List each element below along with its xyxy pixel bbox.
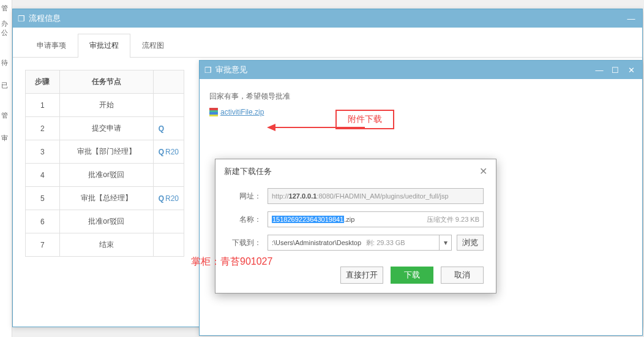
- download-dialog-title: 新建下载任务: [224, 166, 272, 177]
- bg-text: 已: [0, 80, 12, 91]
- opinion-text: 回家有事，希望领导批准: [209, 91, 632, 102]
- approval-opinion-title: 审批意见: [215, 64, 247, 75]
- cell-node: 批准or驳回: [59, 164, 153, 187]
- minimize-icon[interactable]: —: [625, 13, 637, 23]
- approval-opinion-titlebar[interactable]: ❐ 审批意见 — ☐ ✕: [200, 61, 642, 79]
- table-row: 7结束: [26, 233, 184, 257]
- label-url: 网址：: [228, 191, 261, 202]
- cell-action: [153, 164, 184, 187]
- dropdown-button[interactable]: ▾: [440, 235, 452, 251]
- cell-step: 6: [26, 210, 60, 233]
- bg-text: 审: [0, 132, 12, 144]
- cell-action: QR20: [153, 140, 184, 164]
- record-link[interactable]: QR20: [159, 148, 179, 156]
- attachment-link[interactable]: activitiFile.zip: [209, 108, 264, 116]
- zip-file-icon: [209, 108, 218, 116]
- cell-action: [153, 233, 184, 257]
- cell-node: 开始: [59, 94, 153, 117]
- minimize-icon[interactable]: —: [593, 65, 605, 75]
- url-input[interactable]: http://127.0.0.1:8080/FHADMIN_AM/plugins…: [268, 188, 484, 204]
- label-name: 名称：: [228, 214, 261, 225]
- table-row: 3审批【部门经理】QR20: [26, 140, 184, 164]
- close-icon[interactable]: ✕: [625, 65, 637, 75]
- watermark: 掌柜：青苔901027: [191, 256, 272, 268]
- table-row: 4批准or驳回: [26, 164, 184, 187]
- download-button[interactable]: 下载: [391, 267, 433, 284]
- table-row: 2提交申请Q: [26, 117, 184, 140]
- approval-opinion-window: ❐ 审批意见 — ☐ ✕ 回家有事，希望领导批准 activitiFile.zi…: [199, 60, 643, 336]
- bg-text: 管: [0, 110, 12, 121]
- cell-action: QR20: [153, 187, 184, 210]
- tab-approval-process[interactable]: 审批过程: [78, 34, 130, 58]
- cell-node: 审批【部门经理】: [59, 140, 153, 164]
- bg-text: 办公: [0, 18, 12, 39]
- magnify-icon[interactable]: Q: [159, 124, 164, 133]
- svg-marker-1: [267, 124, 275, 131]
- col-node: 任务节点: [59, 70, 153, 94]
- close-icon[interactable]: ✕: [479, 165, 487, 177]
- bg-text: 待: [0, 57, 12, 69]
- workflow-info-titlebar[interactable]: ❐ 流程信息 —: [13, 9, 642, 28]
- cell-step: 1: [26, 94, 60, 117]
- record-link[interactable]: QR20: [159, 194, 179, 203]
- cell-action: Q: [153, 117, 184, 140]
- opinion-body: 回家有事，希望领导批准 activitiFile.zip 附件下载 掌柜：青苔9…: [200, 79, 642, 131]
- maximize-icon[interactable]: ☐: [609, 65, 621, 75]
- cell-node: 提交申请: [59, 117, 153, 140]
- cell-step: 3: [26, 140, 60, 164]
- saveto-input[interactable]: :\Users\Administrator\Desktop 剩: 29.33 G…: [268, 235, 440, 251]
- download-task-dialog: 新建下载任务 ✕ 网址： http://127.0.0.1:8080/FHADM…: [215, 159, 496, 293]
- cell-node: 审批【总经理】: [59, 187, 153, 210]
- file-meta: 压缩文件 9.23 KB: [422, 215, 479, 224]
- tabs: 申请事项 审批过程 流程图: [13, 34, 642, 58]
- col-action: [153, 70, 184, 94]
- cell-step: 2: [26, 117, 60, 140]
- tab-apply[interactable]: 申请事项: [25, 34, 78, 57]
- attachment-download-callout: 附件下载: [335, 110, 394, 129]
- browse-button[interactable]: 浏览: [457, 235, 484, 251]
- tab-flowchart[interactable]: 流程图: [130, 34, 176, 57]
- table-row: 6批准or驳回: [26, 210, 184, 233]
- selected-text: 1518269223643019841: [272, 216, 344, 223]
- cell-step: 5: [26, 187, 60, 210]
- workflow-info-title: 流程信息: [29, 13, 61, 24]
- open-directly-button[interactable]: 直接打开: [340, 267, 383, 284]
- cell-node: 结束: [59, 233, 153, 257]
- name-input[interactable]: 1518269223643019841.zip 压缩文件 9.23 KB: [268, 211, 484, 227]
- cancel-button[interactable]: 取消: [441, 267, 484, 284]
- table-row: 1开始: [26, 94, 184, 117]
- cell-action: [153, 210, 184, 233]
- steps-table: 步骤 任务节点 1开始2提交申请Q3审批【部门经理】QR204批准or驳回5审批…: [25, 70, 184, 257]
- window-icon: ❐: [18, 14, 25, 23]
- cell-step: 7: [26, 233, 60, 257]
- label-saveto: 下载到：: [228, 238, 261, 248]
- window-icon: ❐: [204, 66, 212, 75]
- background-sidebar: 管 办公 待 已 管 审: [0, 0, 12, 337]
- table-row: 5审批【总经理】QR20: [26, 187, 184, 210]
- cell-action: [153, 94, 184, 117]
- col-step: 步骤: [26, 70, 60, 94]
- cell-node: 批准or驳回: [59, 210, 153, 233]
- cell-step: 4: [26, 164, 60, 187]
- attachment-filename: activitiFile.zip: [220, 108, 264, 116]
- bg-text: 管: [0, 2, 12, 14]
